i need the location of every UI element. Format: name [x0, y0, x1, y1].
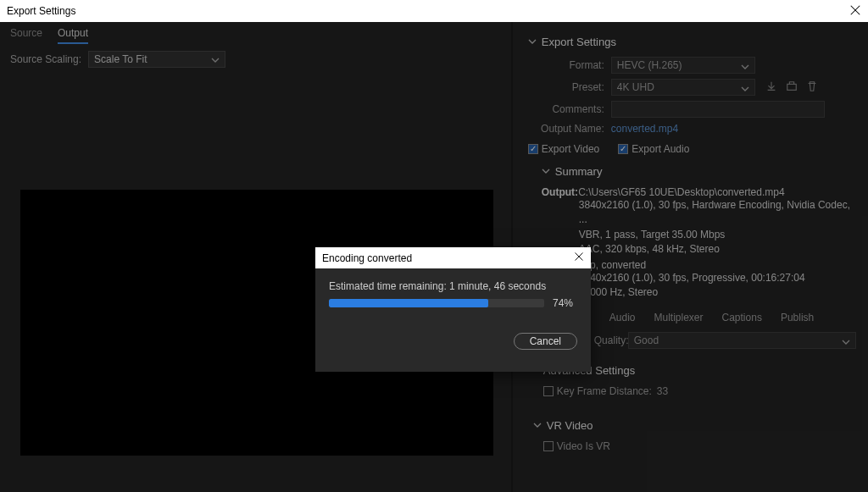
- source-scaling-dropdown[interactable]: Scale To Fit: [88, 51, 225, 68]
- quality-value: Good: [634, 334, 659, 346]
- chevron-down-icon: [542, 165, 550, 178]
- format-label: Format:: [528, 59, 604, 71]
- output-summary-label: Output:: [542, 186, 576, 198]
- chevron-down-icon: [842, 337, 850, 349]
- keyframe-distance-checkbox[interactable]: ✓: [543, 386, 554, 396]
- subtab-publish[interactable]: Publish: [781, 312, 814, 323]
- summary-header: Summary: [555, 165, 603, 178]
- export-audio-label: Export Audio: [632, 143, 689, 155]
- video-is-vr-checkbox[interactable]: ✓: [543, 441, 554, 451]
- subtab-captions[interactable]: Captions: [722, 312, 762, 323]
- chevron-down-icon: [533, 419, 542, 432]
- window-titlebar: Export Settings: [0, 0, 868, 22]
- output-summary-line: C:\Users\GF65 10UE\Desktop\converted.mp4: [578, 186, 784, 198]
- source-summary-line: 3840x2160 (1.0), 30 fps, Progressive, 00…: [579, 271, 856, 285]
- subtab-audio[interactable]: Audio: [609, 312, 636, 323]
- video-is-vr-label: Video Is VR: [557, 440, 610, 452]
- dialog-estimate-text: Estimated time remaining: 1 minute, 46 s…: [329, 280, 577, 292]
- keyframe-distance-label: Key Frame Distance:: [557, 385, 652, 397]
- dialog-close-button[interactable]: [574, 252, 584, 264]
- output-summary-line: AAC, 320 kbps, 48 kHz, Stereo: [579, 242, 856, 257]
- close-icon: [574, 252, 584, 262]
- output-summary-line: 3840x2160 (1.0), 30 fps, Hardware Encodi…: [579, 198, 856, 228]
- chevron-down-icon: [741, 62, 749, 74]
- dialog-title: Encoding converted: [322, 252, 412, 264]
- progress-percent: 74%: [553, 297, 573, 309]
- save-preset-icon[interactable]: [765, 80, 777, 95]
- export-audio-checkbox[interactable]: ✓: [618, 144, 628, 154]
- delete-preset-icon[interactable]: [806, 80, 818, 95]
- progress-fill: [329, 299, 488, 307]
- svg-rect-2: [787, 84, 797, 90]
- left-tabs: Source Output: [0, 22, 511, 44]
- tab-source[interactable]: Source: [10, 27, 42, 44]
- export-video-checkbox[interactable]: ✓: [528, 144, 538, 154]
- vr-video-header: VR Video: [547, 419, 593, 432]
- preset-dropdown[interactable]: 4K UHD: [611, 79, 755, 96]
- close-icon: [849, 4, 861, 16]
- keyframe-distance-value: 33: [657, 385, 668, 397]
- window-close-button[interactable]: [849, 4, 861, 19]
- chevron-down-icon: [741, 84, 749, 96]
- window-title: Export Settings: [7, 5, 75, 17]
- export-settings-header: Export Settings: [542, 36, 616, 48]
- cancel-button[interactable]: Cancel: [514, 333, 577, 350]
- import-preset-icon[interactable]: [786, 80, 798, 95]
- comments-label: Comments:: [528, 103, 604, 115]
- outputname-link[interactable]: converted.mp4: [611, 123, 678, 135]
- subtab-multiplexer[interactable]: Multiplexer: [654, 312, 703, 323]
- source-summary-line: 48000 Hz, Stereo: [579, 285, 856, 300]
- comments-input[interactable]: [611, 101, 825, 118]
- chevron-down-icon: [211, 55, 220, 67]
- preset-value: 4K UHD: [617, 81, 654, 93]
- outputname-label: Output Name:: [528, 123, 604, 135]
- format-dropdown[interactable]: HEVC (H.265): [611, 57, 755, 74]
- source-scaling-label: Source Scaling:: [10, 53, 81, 65]
- quality-dropdown[interactable]: Good: [628, 332, 856, 349]
- chevron-down-icon: [528, 36, 537, 48]
- tab-output[interactable]: Output: [58, 27, 88, 44]
- preset-label: Preset:: [528, 81, 604, 93]
- format-value: HEVC (H.265): [617, 59, 682, 71]
- source-scaling-value: Scale To Fit: [94, 53, 147, 65]
- encoding-dialog: Encoding converted Estimated time remain…: [315, 247, 591, 372]
- progress-bar: [329, 299, 544, 307]
- export-video-label: Export Video: [542, 143, 600, 155]
- output-summary-line: VBR, 1 pass, Target 35.00 Mbps: [579, 228, 856, 242]
